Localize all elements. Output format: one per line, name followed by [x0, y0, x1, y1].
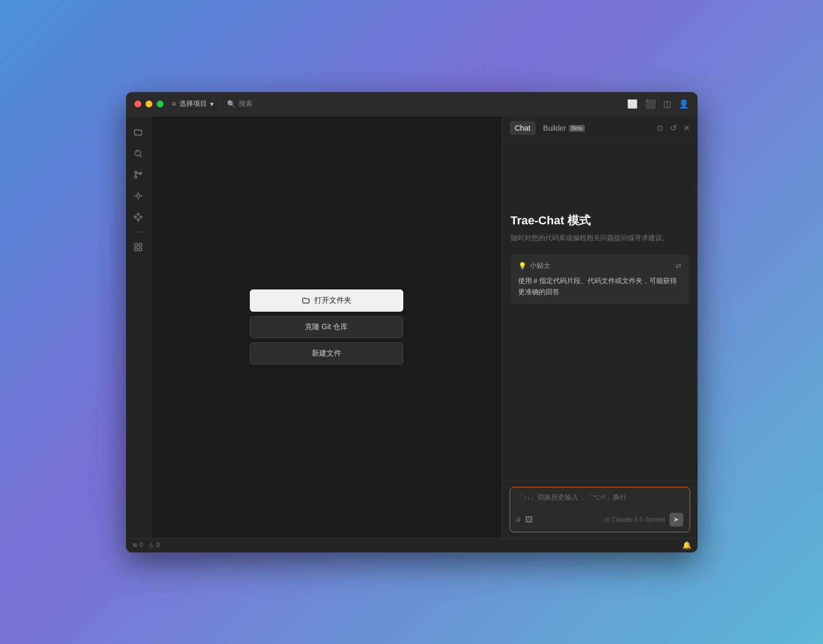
chat-settings-icon[interactable]: ⊙: [657, 123, 664, 133]
svg-line-1: [140, 155, 141, 157]
chat-history-icon[interactable]: ↺: [670, 123, 677, 133]
main-area: 打开文件夹 克隆 Git 仓库 新建文件 Chat Builder Beta: [126, 116, 698, 538]
layout-icon-2[interactable]: ⬛: [645, 99, 656, 109]
layout-icon-3[interactable]: ◫: [663, 99, 671, 109]
project-dropdown-icon: ▾: [210, 100, 214, 108]
svg-rect-8: [134, 248, 137, 250]
panel-close-icon[interactable]: ✕: [683, 123, 690, 133]
close-button[interactable]: [134, 101, 141, 107]
image-icon[interactable]: 🖼: [525, 515, 533, 524]
chat-input-left: # 🖼: [517, 515, 533, 524]
search-button[interactable]: 🔍 搜索: [227, 99, 252, 108]
warning-icon: ⚠: [148, 541, 154, 549]
chat-input-bottom: # 🖼 ◎ Claude-3.5-Sonnet ➤: [517, 513, 683, 527]
titlebar-divider: [220, 99, 221, 108]
svg-rect-6: [134, 243, 137, 246]
tips-header: 💡 小贴士 ⇄: [518, 261, 682, 270]
tips-text: 使用 # 指定代码片段、代码文件或文件夹，可能获得更准确的回答: [518, 276, 682, 298]
sidebar-item-folder[interactable]: [129, 123, 148, 142]
minimize-button[interactable]: [146, 101, 152, 107]
beta-badge: Beta: [569, 125, 585, 132]
notification-icon[interactable]: 🔔: [682, 541, 691, 549]
sidebar-item-extensions[interactable]: [129, 207, 148, 226]
hash-icon[interactable]: #: [517, 515, 521, 524]
sidebar-item-git[interactable]: [129, 165, 148, 184]
chat-input-right: ◎ Claude-3.5-Sonnet ➤: [604, 513, 683, 527]
panel-header: Chat Builder Beta ⊙ ↺ ✕: [502, 116, 698, 141]
tips-shuffle-icon[interactable]: ⇄: [675, 261, 682, 270]
sidebar-item-search[interactable]: [129, 144, 148, 163]
open-folder-button[interactable]: 打开文件夹: [250, 289, 403, 312]
sidebar-item-debug[interactable]: [129, 186, 148, 205]
tips-card: 💡 小贴士 ⇄ 使用 # 指定代码片段、代码文件或文件夹，可能获得更准确的回答: [511, 255, 689, 304]
chat-mode-subtitle: 随时对您的代码库或编程相关问题提问或寻求建议。: [511, 233, 689, 243]
statusbar: ⊗ 0 ⚠ 0 🔔: [126, 538, 698, 552]
tips-label: 💡 小贴士: [518, 261, 550, 270]
welcome-buttons: 打开文件夹 克隆 Git 仓库 新建文件: [250, 289, 403, 365]
content-area: 打开文件夹 克隆 Git 仓库 新建文件: [151, 116, 502, 538]
statusbar-left: ⊗ 0 ⚠ 0: [132, 541, 160, 549]
maximize-button[interactable]: [157, 101, 164, 107]
sidebar-divider: [132, 232, 144, 232]
app-window: ≡ 选择项目 ▾ 🔍 搜索 ⬜ ⬛ ◫ 👤: [126, 92, 698, 552]
clone-git-button[interactable]: 克隆 Git 仓库: [250, 316, 403, 338]
svg-point-5: [137, 194, 140, 197]
project-icon: ≡: [172, 99, 176, 108]
search-icon: 🔍: [227, 100, 236, 108]
right-panel: Chat Builder Beta ⊙ ↺ ✕ Trae-Chat 模式: [502, 116, 698, 538]
titlebar-right: ⬜ ⬛ ◫ 👤: [627, 99, 689, 109]
account-icon[interactable]: 👤: [679, 99, 689, 109]
svg-rect-9: [139, 248, 142, 250]
panel-header-right: ⊙ ↺ ✕: [657, 123, 690, 133]
panel-body: Trae-Chat 模式 随时对您的代码库或编程相关问题提问或寻求建议。 💡 小…: [502, 141, 698, 481]
error-icon: ⊗: [132, 541, 138, 549]
layout-icon-1[interactable]: ⬜: [627, 99, 638, 109]
chat-input-box[interactable]: # 🖼 ◎ Claude-3.5-Sonnet ➤: [510, 487, 690, 532]
titlebar: ≡ 选择项目 ▾ 🔍 搜索 ⬜ ⬛ ◫ 👤: [126, 92, 698, 116]
model-icon: ◎: [604, 516, 610, 523]
project-selector[interactable]: ≡ 选择项目 ▾: [172, 99, 214, 108]
new-file-button[interactable]: 新建文件: [250, 342, 403, 365]
search-label: 搜索: [239, 99, 252, 108]
sidebar-item-apps[interactable]: [129, 238, 148, 257]
panel-footer: # 🖼 ◎ Claude-3.5-Sonnet ➤: [502, 481, 698, 538]
statusbar-right: 🔔: [682, 541, 691, 549]
tab-builder[interactable]: Builder Beta: [538, 121, 590, 135]
traffic-lights: [134, 101, 164, 107]
chat-input[interactable]: [517, 493, 683, 509]
tab-chat[interactable]: Chat: [510, 121, 536, 135]
model-label[interactable]: ◎ Claude-3.5-Sonnet: [604, 516, 665, 523]
project-label: 选择项目: [179, 99, 207, 108]
send-button[interactable]: ➤: [670, 513, 683, 527]
tips-bulb-icon: 💡: [518, 262, 527, 270]
chat-mode-section: Trae-Chat 模式 随时对您的代码库或编程相关问题提问或寻求建议。: [511, 149, 689, 243]
svg-point-3: [134, 176, 137, 178]
chat-mode-title: Trae-Chat 模式: [511, 213, 689, 229]
svg-rect-7: [139, 243, 142, 246]
sidebar: [126, 116, 151, 538]
error-status[interactable]: ⊗ 0: [132, 541, 143, 549]
warning-status[interactable]: ⚠ 0: [148, 541, 160, 549]
